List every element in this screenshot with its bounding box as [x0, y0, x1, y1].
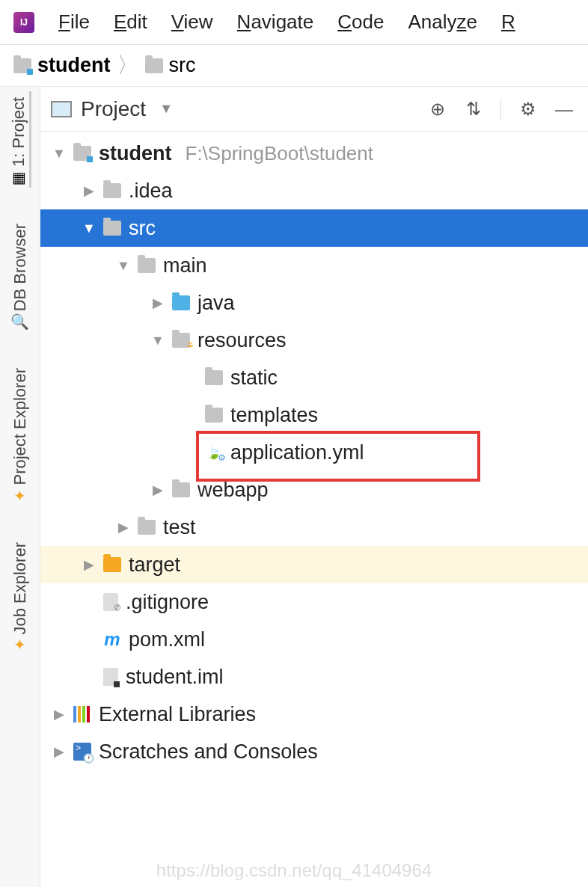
rail-job-label: Job Explorer [10, 542, 30, 635]
folder-icon [103, 183, 121, 198]
left-tool-rail: 1: Project ▦ DB Browser 🔍 Project Explor… [0, 87, 40, 887]
resources-folder-icon [172, 333, 190, 348]
gear-icon[interactable]: ⚙ [515, 96, 542, 123]
chevron-down-icon[interactable]: ▼ [159, 101, 173, 117]
expand-arrow-icon[interactable]: ▶ [151, 295, 165, 311]
spring-config-icon [205, 444, 223, 461]
menu-refactor-cut[interactable]: R [501, 10, 515, 34]
tree-root[interactable]: ▼ student F:\SpringBoot\student [40, 135, 588, 172]
folder-icon [205, 408, 223, 423]
tree-resources[interactable]: ▼ resources [40, 322, 588, 359]
db-browser-icon: 🔍 [10, 311, 31, 332]
tree-iml-label: student.iml [126, 666, 224, 689]
tree-src[interactable]: ▼ src [40, 209, 588, 247]
tree-java-label: java [197, 292, 235, 315]
menu-navigate[interactable]: Navigate [237, 10, 314, 34]
expand-arrow-icon[interactable]: ▶ [82, 182, 96, 199]
menu-view[interactable]: View [171, 10, 213, 34]
expand-arrow-icon[interactable]: ▼ [117, 258, 130, 274]
tree-scratches[interactable]: ▶ Scratches and Consoles [40, 733, 588, 770]
tree-idea-label: .idea [129, 179, 173, 203]
tree-pom[interactable]: m pom.xml [40, 621, 588, 658]
tree-root-path: F:\SpringBoot\student [186, 142, 373, 165]
tree-iml[interactable]: student.iml [40, 658, 588, 696]
folder-icon [103, 221, 121, 236]
explorer-icon: ✦ [10, 485, 31, 506]
module-folder-icon [13, 58, 31, 73]
panel-header: Project ▼ ⊕ ⇅ ⚙ — [40, 87, 588, 132]
tree-application-yml[interactable]: application.yml [40, 434, 588, 471]
tree-main-label: main [163, 254, 207, 277]
tree-gitignore[interactable]: .gitignore [40, 583, 588, 621]
menu-bar: IJ File Edit View Navigate Code Analyze … [0, 0, 588, 45]
tree-static[interactable]: static [40, 359, 588, 396]
tree-webapp-label: webapp [197, 479, 269, 502]
breadcrumb-root[interactable]: student [13, 54, 111, 77]
tree-templates[interactable]: templates [40, 396, 588, 434]
expand-arrow-icon[interactable]: ▶ [52, 743, 66, 760]
breadcrumb-child[interactable]: src [145, 54, 196, 77]
tree-target[interactable]: ▶ target [40, 546, 588, 583]
tree-test[interactable]: ▶ test [40, 509, 588, 546]
tree-templates-label: templates [230, 404, 318, 427]
project-view-icon [51, 101, 72, 117]
maven-file-icon: m [103, 630, 121, 648]
project-rail-icon: ▦ [8, 167, 29, 188]
divider [500, 98, 501, 120]
module-folder-icon [73, 146, 91, 161]
gitignore-file-icon [103, 593, 118, 611]
libraries-icon [73, 705, 91, 723]
tree-main[interactable]: ▼ main [40, 247, 588, 284]
project-tree[interactable]: ▼ student F:\SpringBoot\student ▶ .idea … [40, 132, 588, 887]
source-folder-icon [172, 295, 190, 310]
tree-java[interactable]: ▶ java [40, 284, 588, 322]
tree-test-label: test [163, 516, 196, 539]
rail-explorer-label: Project Explorer [10, 368, 30, 485]
menu-code[interactable]: Code [337, 10, 384, 34]
rail-job-explorer[interactable]: Job Explorer ✦ [10, 536, 31, 656]
expand-arrow-icon[interactable]: ▶ [117, 519, 130, 535]
menu-edit[interactable]: Edit [114, 10, 147, 34]
excluded-folder-icon [103, 557, 121, 572]
tree-target-label: target [129, 553, 180, 577]
menu-analyze[interactable]: Analyze [408, 10, 477, 34]
tree-external-libraries[interactable]: ▶ External Libraries [40, 696, 588, 733]
tree-webapp[interactable]: ▶ webapp [40, 471, 588, 509]
rail-project-label: 1: Project [9, 97, 28, 167]
collapse-all-button[interactable]: ⇅ [460, 96, 487, 123]
tree-static-label: static [230, 366, 278, 390]
rail-db-browser[interactable]: DB Browser 🔍 [10, 218, 31, 332]
expand-arrow-icon[interactable]: ▼ [52, 146, 66, 162]
tree-idea[interactable]: ▶ .idea [40, 172, 588, 209]
locate-button[interactable]: ⊕ [424, 96, 451, 123]
expand-arrow-icon[interactable]: ▶ [82, 556, 96, 573]
rail-db-label: DB Browser [10, 224, 30, 311]
tree-resources-label: resources [197, 329, 287, 352]
project-panel: Project ▼ ⊕ ⇅ ⚙ — ▼ student F:\SpringBoo… [40, 87, 588, 887]
minimize-button[interactable]: — [551, 96, 578, 123]
tree-appyml-label: application.yml [230, 441, 364, 464]
panel-title[interactable]: Project [81, 97, 146, 121]
tree-src-label: src [129, 217, 156, 240]
tree-pom-label: pom.xml [129, 628, 205, 651]
tree-scratches-label: Scratches and Consoles [99, 740, 318, 764]
folder-icon [138, 520, 156, 535]
rail-project[interactable]: 1: Project ▦ [8, 91, 31, 188]
breadcrumb-child-label: src [169, 54, 196, 77]
tree-gitignore-label: .gitignore [126, 591, 209, 614]
scratches-icon [73, 743, 91, 761]
rail-project-explorer[interactable]: Project Explorer ✦ [10, 362, 31, 506]
expand-arrow-icon[interactable]: ▶ [52, 706, 66, 722]
breadcrumb-root-label: student [37, 54, 111, 77]
tree-root-label: student [99, 142, 172, 165]
breadcrumb-separator-icon: 〉 [117, 50, 139, 81]
watermark-text: https://blog.csdn.net/qq_41404964 [156, 860, 432, 881]
job-explorer-icon: ✦ [10, 634, 31, 655]
expand-arrow-icon[interactable]: ▼ [82, 221, 96, 236]
folder-icon [172, 482, 190, 497]
expand-arrow-icon[interactable]: ▶ [151, 482, 165, 498]
expand-arrow-icon[interactable]: ▼ [151, 333, 165, 349]
tree-extlibs-label: External Libraries [99, 703, 256, 726]
folder-icon [205, 370, 223, 385]
menu-file[interactable]: File [58, 10, 90, 34]
